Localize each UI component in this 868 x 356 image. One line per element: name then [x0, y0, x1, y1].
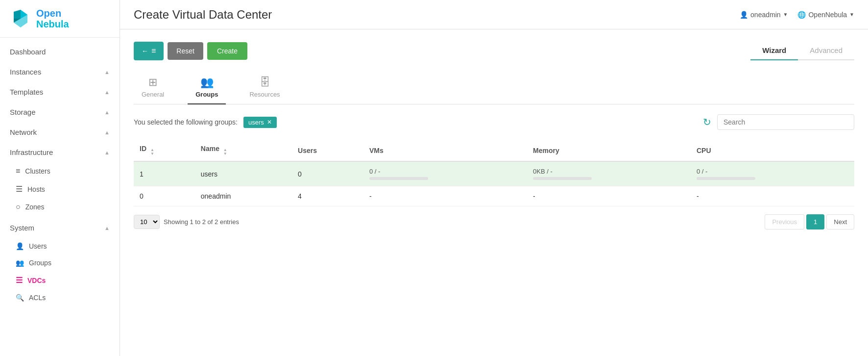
selected-text: You selected the following groups:	[134, 118, 238, 126]
sidebar-item-groups[interactable]: 👥 Groups	[0, 254, 120, 271]
table-row[interactable]: 1 users 0 0 / - 0KB / -	[134, 161, 854, 186]
storage-chevron: ▲	[104, 109, 110, 115]
search-input[interactable]	[717, 114, 854, 130]
next-button[interactable]: Next	[826, 214, 854, 229]
sidebar-navigation: Dashboard Instances ▲ Templates ▲ Storag…	[0, 38, 120, 356]
groups-icon: 👥	[16, 259, 24, 267]
step-general[interactable]: ⊞ General	[134, 72, 172, 104]
row2-memory: -	[527, 186, 691, 206]
users-icon: 👤	[16, 242, 24, 250]
view-tabs: Wizard Advanced	[750, 41, 854, 60]
sidebar-item-templates[interactable]: Templates ▲	[0, 82, 120, 102]
zones-label: Zones	[25, 203, 45, 211]
groups-table: ID ▲▼ Name ▲▼ Users VMs Memory CPU	[134, 140, 854, 206]
back-button[interactable]: ← ≡	[134, 42, 164, 60]
cloud-chevron-icon: ▼	[849, 12, 854, 17]
col-vms[interactable]: VMs	[363, 140, 527, 161]
back-arrow-icon: ←	[142, 47, 148, 55]
groups-tab-icon: 👥	[200, 76, 214, 89]
instances-chevron: ▲	[104, 69, 110, 75]
row1-cpu: 0 / -	[691, 161, 854, 186]
topbar: Create Virtual Data Center 👤 oneadmin ▼ …	[120, 0, 868, 29]
logo-text: Open Nebula	[36, 8, 69, 29]
table-row[interactable]: 0 oneadmin 4 - - -	[134, 186, 854, 206]
content-area: ← ≡ Reset Create Wizard Advanced ⊞ Gener…	[120, 29, 868, 356]
pagination: Previous 1 Next	[765, 214, 854, 229]
per-page-select[interactable]: 102550	[134, 215, 160, 229]
user-chevron-icon: ▼	[783, 12, 788, 17]
previous-button[interactable]: Previous	[765, 214, 804, 229]
sidebar-item-vdcs[interactable]: ☰ VDCs	[0, 271, 120, 289]
col-users[interactable]: Users	[292, 140, 363, 161]
clusters-icon: ≡	[16, 167, 20, 176]
sidebar-item-clusters[interactable]: ≡ Clusters	[0, 162, 120, 180]
selected-tag: users ✕	[243, 117, 277, 128]
row2-users: 4	[292, 186, 363, 206]
groups-tab-label: Groups	[195, 91, 218, 98]
logo-open: Open	[36, 8, 69, 19]
templates-chevron: ▲	[104, 89, 110, 95]
col-id[interactable]: ID ▲▼	[134, 140, 195, 161]
row2-cpu: -	[691, 186, 854, 206]
col-memory[interactable]: Memory	[527, 140, 691, 161]
sidebar-item-zones[interactable]: ○ Zones	[0, 198, 120, 216]
users-label: Users	[29, 242, 47, 250]
toolbar: ← ≡ Reset Create Wizard Advanced	[134, 41, 854, 60]
tag-close-icon[interactable]: ✕	[267, 119, 272, 126]
network-label: Network	[10, 128, 37, 136]
row2-id: 0	[134, 186, 195, 206]
name-sort-icon: ▲▼	[223, 148, 227, 156]
clusters-label: Clusters	[25, 167, 50, 175]
sidebar: Open Nebula Dashboard Instances ▲ Templa…	[0, 0, 120, 356]
sidebar-system-section: System ▲	[0, 218, 120, 238]
cloud-name: OpenNebula	[808, 11, 847, 19]
create-button[interactable]: Create	[207, 42, 247, 60]
refresh-button[interactable]: ↻	[703, 116, 711, 128]
templates-label: Templates	[10, 88, 43, 96]
sidebar-item-storage[interactable]: Storage ▲	[0, 102, 120, 122]
page-1-button[interactable]: 1	[806, 214, 824, 229]
row2-vms: -	[363, 186, 527, 206]
network-chevron: ▲	[104, 129, 110, 135]
sidebar-item-dashboard[interactable]: Dashboard	[0, 42, 120, 62]
sidebar-item-hosts[interactable]: ☰ Hosts	[0, 180, 120, 198]
instances-label: Instances	[10, 68, 41, 76]
resources-icon: 🗄	[260, 76, 270, 89]
sidebar-item-infrastructure[interactable]: Infrastructure ▲	[0, 142, 120, 162]
svg-marker-1	[14, 10, 21, 19]
step-resources[interactable]: 🗄 Resources	[241, 72, 288, 104]
row1-memory: 0KB / -	[527, 161, 691, 186]
infrastructure-label: Infrastructure	[10, 148, 53, 156]
step-groups[interactable]: 👥 Groups	[188, 72, 226, 104]
sidebar-item-instances[interactable]: Instances ▲	[0, 62, 120, 82]
tab-advanced[interactable]: Advanced	[798, 41, 854, 60]
sidebar-item-acls[interactable]: 🔍 ACLs	[0, 289, 120, 306]
system-chevron: ▲	[104, 225, 110, 231]
id-sort-icon: ▲▼	[150, 148, 154, 156]
logo-icon	[10, 8, 31, 29]
table-body: 1 users 0 0 / - 0KB / -	[134, 161, 854, 206]
row1-vms-text: 0 / -	[369, 168, 521, 175]
col-name[interactable]: Name ▲▼	[195, 140, 292, 161]
col-cpu[interactable]: CPU	[691, 140, 854, 161]
row1-cpu-bar	[697, 177, 755, 180]
page-title: Create Virtual Data Center	[134, 8, 272, 22]
row1-id: 1	[134, 161, 195, 186]
row1-memory-bar	[533, 177, 592, 180]
topbar-right: 👤 oneadmin ▼ 🌐 OpenNebula ▼	[740, 11, 854, 19]
zones-icon: ○	[16, 203, 21, 211]
row1-users: 0	[292, 161, 363, 186]
topbar-user[interactable]: 👤 oneadmin ▼	[740, 11, 788, 19]
reset-button[interactable]: Reset	[168, 42, 203, 60]
table-container: ID ▲▼ Name ▲▼ Users VMs Memory CPU	[134, 140, 854, 206]
logo-nebula: Nebula	[36, 19, 69, 29]
tab-wizard[interactable]: Wizard	[750, 41, 798, 60]
storage-label: Storage	[10, 108, 36, 116]
topbar-cloud[interactable]: 🌐 OpenNebula ▼	[797, 11, 854, 19]
infrastructure-chevron: ▲	[104, 150, 110, 155]
sidebar-item-users[interactable]: 👤 Users	[0, 238, 120, 254]
tag-label: users	[248, 119, 264, 126]
row1-name: users	[195, 161, 292, 186]
sidebar-item-network[interactable]: Network ▲	[0, 122, 120, 142]
row1-vms-bar	[369, 177, 428, 180]
